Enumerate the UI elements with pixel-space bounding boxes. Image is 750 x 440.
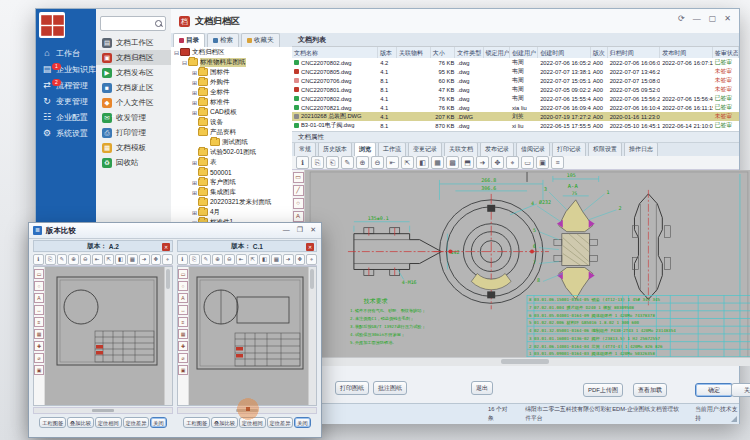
cad-drawing-canvas[interactable]: 135±0.1 142 4-M16 266 xyxy=(305,170,750,365)
page-icon[interactable]: ⎗ xyxy=(326,156,339,169)
props-tab[interactable]: 关联文档 xyxy=(444,143,478,156)
module-nav-item[interactable]: ▤ 文档工作区 xyxy=(96,35,171,50)
module-nav-item[interactable]: ⎙ 打印管理 xyxy=(96,125,171,140)
expander-icon[interactable]: ⊞ xyxy=(191,209,198,216)
dimension-icon[interactable]: ↔ xyxy=(178,305,188,315)
tree-node[interactable]: ⊞ 全标件 xyxy=(171,87,292,97)
fit-page-icon[interactable]: ⇱ xyxy=(248,254,259,265)
snap-icon[interactable]: ✚ xyxy=(34,341,44,351)
column-header[interactable]: 锁定用户 xyxy=(484,47,510,58)
sidebar-item[interactable]: ▤1 企业知识库 xyxy=(36,61,96,77)
sidebar-item[interactable]: ⌂ 工作台 xyxy=(36,45,96,61)
zoom-out-icon[interactable]: ⊖ xyxy=(371,156,384,169)
props-tab[interactable]: 发布记录 xyxy=(480,143,514,156)
sidebar-item[interactable]: ☷ 企业配置 xyxy=(36,109,96,125)
module-nav-item[interactable]: ▦ 文档模板 xyxy=(96,140,171,155)
compare-title-bar[interactable]: ≣ 版本比较 — ❐ ✕ xyxy=(29,223,321,239)
compare-vscrollbar[interactable] xyxy=(308,267,316,405)
tree-node[interactable]: ⊞ 4月 xyxy=(171,207,292,217)
minimize-icon[interactable]: — xyxy=(283,226,290,234)
compare-action-button[interactable]: 关闭 xyxy=(294,417,310,428)
locate-icon[interactable]: ⌖ xyxy=(162,254,173,265)
compare-hscrollbar[interactable] xyxy=(177,407,317,414)
tree-node[interactable]: 20220321发来封面纸 xyxy=(171,197,292,207)
compare-vscrollbar[interactable] xyxy=(164,267,172,405)
expander-icon[interactable]: ⊟ xyxy=(173,49,180,56)
table-row[interactable]: 20210268 总装图.DWG 4.1 207 KB .DWG 刘英 2020… xyxy=(292,112,739,121)
zoom-in-icon[interactable]: ⊕ xyxy=(356,156,369,169)
expander-icon[interactable]: ⊞ xyxy=(191,69,198,76)
annotate-icon[interactable]: ✎ xyxy=(341,156,354,169)
back-icon[interactable]: ➜ xyxy=(476,156,489,169)
resize-grip-icon[interactable] xyxy=(731,416,737,422)
text-icon[interactable]: A xyxy=(178,293,188,303)
tree-node[interactable]: ⊞ 客户图纸 xyxy=(171,177,292,187)
close-icon[interactable]: ✕ xyxy=(310,226,316,234)
window-zoom-icon[interactable]: ▭ xyxy=(521,156,534,169)
props-tab[interactable]: 浏览 xyxy=(354,143,376,156)
compare-action-button[interactable]: 定位相同 xyxy=(95,417,122,428)
dimension-icon[interactable]: ↔ xyxy=(34,305,44,315)
props-tab[interactable]: 权限设置 xyxy=(588,143,622,156)
hatch-icon[interactable]: ▩ xyxy=(446,156,459,169)
layers-icon[interactable]: ▦ xyxy=(431,156,444,169)
list-icon[interactable]: ≡ xyxy=(551,156,564,169)
props-tab[interactable]: 变更记录 xyxy=(408,143,442,156)
tree-node[interactable]: 设备 xyxy=(171,117,292,127)
full-extent-icon[interactable]: ▣ xyxy=(536,156,549,169)
tree-node[interactable]: 产品资料 xyxy=(171,127,292,137)
ok-button[interactable]: 确定 xyxy=(695,383,733,397)
layer-icon[interactable]: ≡ xyxy=(34,317,44,327)
column-header[interactable]: 关联物料 xyxy=(397,47,431,58)
column-header[interactable]: 创建时间 xyxy=(538,47,590,58)
close-icon[interactable]: ✕ xyxy=(724,14,731,23)
column-header[interactable]: 版本 xyxy=(378,47,397,58)
props-tab[interactable]: 操作日志 xyxy=(624,143,658,156)
zoom-out-icon[interactable]: ⊖ xyxy=(80,254,91,265)
fit-width-icon[interactable]: ⇤ xyxy=(92,254,103,265)
zoom-in-icon[interactable]: ⊕ xyxy=(68,254,79,265)
layers-icon[interactable]: ▦ xyxy=(127,254,138,265)
select-icon[interactable]: ▭ xyxy=(178,269,188,279)
select-icon[interactable]: ▭ xyxy=(34,269,44,279)
tree-node[interactable]: ⊟ 标准物料库图纸 xyxy=(171,57,292,67)
text-icon[interactable]: A xyxy=(293,211,304,222)
tree-node[interactable]: 试验502-01图纸 xyxy=(171,147,292,157)
tree-node[interactable]: ⊞ 集成图库 xyxy=(171,187,292,197)
info-icon[interactable]: ℹ xyxy=(33,254,44,265)
back-icon[interactable]: ➜ xyxy=(283,254,294,265)
sidebar-item[interactable]: ↻ 变更管理 xyxy=(36,93,96,109)
snap-icon[interactable]: ✚ xyxy=(178,341,188,351)
tree-node[interactable]: 500001 xyxy=(171,167,292,177)
table-row[interactable]: CNC22070821.dwg 4.1 76 KB .dwg xia liu 2… xyxy=(292,103,739,112)
print-drawing-button[interactable]: 打印图纸 xyxy=(335,381,369,395)
pdf-upload-button[interactable]: PDF上传图 xyxy=(583,383,623,397)
module-nav-item[interactable]: ◆ 个人文件区 xyxy=(96,95,171,110)
brightness-icon[interactable]: ◧ xyxy=(416,156,429,169)
column-header[interactable]: 大小 xyxy=(431,47,456,58)
tree-tab[interactable]: 目录 xyxy=(173,33,205,47)
exit-button[interactable]: 退出 xyxy=(471,381,493,395)
layer-icon[interactable]: ≡ xyxy=(178,317,188,327)
module-nav-item[interactable]: ▶ 文档发布区 xyxy=(96,65,171,80)
fit-page-icon[interactable]: ⇱ xyxy=(401,156,414,169)
column-header[interactable]: 创建用户 xyxy=(510,47,538,58)
compare-canvas-right[interactable]: ▭○A↔≡▦✚⌀▣ xyxy=(177,266,317,406)
tree-node[interactable]: ⊞ CAD模板 xyxy=(171,107,292,117)
compare-action-button[interactable]: 工程图签 xyxy=(183,417,210,428)
tree-tab[interactable]: 收藏夹 xyxy=(241,33,280,47)
tree-node[interactable]: ⊞ 标准件 xyxy=(171,97,292,107)
info-icon[interactable]: ℹ xyxy=(177,254,188,265)
annotate-icon[interactable]: ✎ xyxy=(57,254,68,265)
expander-icon[interactable]: ⊞ xyxy=(191,189,198,196)
copy-icon[interactable]: ⎘ xyxy=(189,254,200,265)
table-row[interactable]: CNC22070801.dwg 8.1 47 KB .dwg 韦周 2022-0… xyxy=(292,85,739,94)
compare-action-button[interactable]: 工程图签 xyxy=(39,417,66,428)
copy-icon[interactable]: ⎘ xyxy=(311,156,324,169)
table-row[interactable]: CNC22070802.dwg 4.1 76 KB .dwg 韦周 2022-0… xyxy=(292,94,739,103)
scroll-thumb[interactable] xyxy=(501,359,549,364)
expander-icon[interactable]: ⊞ xyxy=(191,159,198,166)
block-icon[interactable]: ▣ xyxy=(34,365,44,375)
props-tab[interactable]: 借阅记录 xyxy=(516,143,550,156)
expander-icon[interactable]: ⊟ xyxy=(181,59,188,66)
